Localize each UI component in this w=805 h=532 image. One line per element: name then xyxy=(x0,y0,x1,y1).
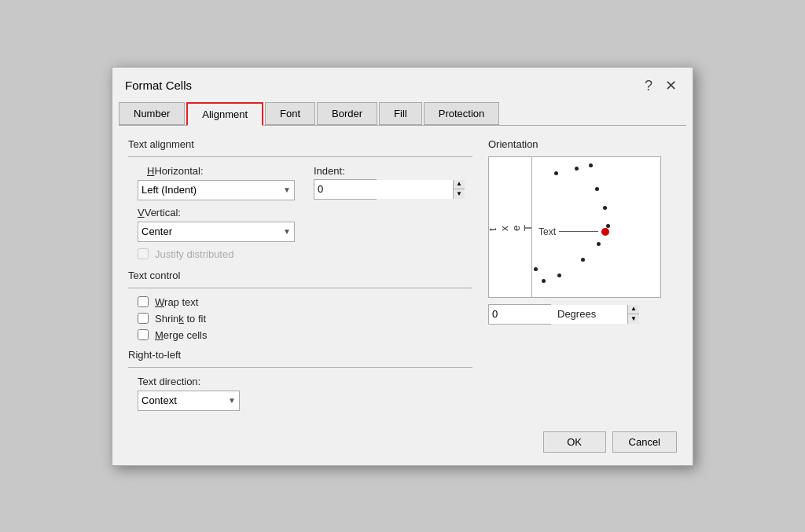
shrink-to-fit-label: Shrink to fit xyxy=(155,313,206,325)
vertical-group: VVertical: Center ▼ xyxy=(138,207,472,242)
orientation-text-label: Text xyxy=(539,226,556,237)
degrees-up-button[interactable]: ▲ xyxy=(628,305,639,315)
vertical-select-box[interactable]: Center ▼ xyxy=(138,222,295,242)
text-control-section: Text control Wrap text Shrink to fit xyxy=(128,270,472,341)
indent-spinner[interactable]: 0 ▲ ▼ xyxy=(314,179,377,200)
horizontal-label: HHorizontal: xyxy=(147,165,295,177)
text-control-divider xyxy=(128,288,472,288)
degrees-spinner-buttons: ▲ ▼ xyxy=(627,305,639,324)
text-direction-group: Text direction: Context ▼ xyxy=(138,376,472,411)
wrap-text-checkbox[interactable] xyxy=(138,296,149,307)
orient-dot-8 xyxy=(581,258,585,262)
degrees-label: Degrees xyxy=(557,308,596,320)
orient-dot-5 xyxy=(603,206,607,210)
shrink-to-fit-row: Shrink to fit xyxy=(138,313,472,325)
vertical-dropdown-icon: ▼ xyxy=(283,227,291,236)
wrap-text-label: Wrap text xyxy=(155,296,198,308)
justify-distributed-row: Justify distributed xyxy=(138,248,472,260)
orient-dot-10 xyxy=(542,279,546,283)
orient-dot-7 xyxy=(597,242,601,246)
ok-button[interactable]: OK xyxy=(543,431,606,453)
right-to-left-section: Right-to-left Text direction: Context ▼ xyxy=(128,349,472,411)
title-bar: Format Cells ? ✕ xyxy=(112,68,693,93)
tab-protection[interactable]: Protection xyxy=(424,102,500,125)
vertical-value: Center xyxy=(142,226,172,237)
orient-dot-4 xyxy=(595,187,599,191)
orient-dot-1 xyxy=(554,171,558,175)
vertical-label: VVertical: xyxy=(138,207,472,218)
text-direction-select-box[interactable]: Context ▼ xyxy=(138,391,240,411)
text-direction-value: Context xyxy=(142,394,177,406)
tab-fill[interactable]: Fill xyxy=(379,102,422,125)
indent-label: Indent: xyxy=(314,165,377,177)
orientation-red-dot[interactable] xyxy=(601,228,609,236)
orientation-text-line: Text xyxy=(539,226,609,237)
text-direction-dropdown-icon: ▼ xyxy=(228,396,236,405)
help-button[interactable]: ? xyxy=(641,79,656,93)
orientation-angled-area[interactable]: Text xyxy=(532,157,660,297)
orient-dot-9 xyxy=(557,273,561,277)
orientation-title: Orientation xyxy=(488,138,677,150)
degrees-spinner[interactable]: 0 ▲ ▼ xyxy=(488,304,551,325)
indent-input[interactable]: 0 xyxy=(314,180,453,199)
left-panel: Text alignment HHorizontal: Left (Indent… xyxy=(128,138,472,411)
indent-down-button[interactable]: ▼ xyxy=(454,189,465,199)
horizontal-value: Left (Indent) xyxy=(142,184,197,196)
degrees-row: 0 ▲ ▼ Degrees xyxy=(488,304,677,325)
tab-alignment[interactable]: Alignment xyxy=(186,102,263,126)
horizontal-dropdown-icon: ▼ xyxy=(283,185,291,194)
degrees-down-button[interactable]: ▼ xyxy=(628,314,639,324)
orientation-panel: Orientation Text xyxy=(488,138,677,411)
text-alignment-title: Text alignment xyxy=(128,138,472,150)
text-alignment-section: Text alignment HHorizontal: Left (Indent… xyxy=(128,138,472,260)
rtl-title: Right-to-left xyxy=(128,349,472,361)
format-cells-dialog: Format Cells ? ✕ Number Alignment Font B… xyxy=(112,67,693,466)
tab-font[interactable]: Font xyxy=(265,102,315,125)
orient-dot-2 xyxy=(575,167,579,171)
horizontal-group: HHorizontal: Left (Indent) ▼ xyxy=(138,165,295,200)
justify-distributed-checkbox xyxy=(138,248,149,259)
horizontal-select-box[interactable]: Left (Indent) ▼ xyxy=(138,180,295,200)
vertical-text-label: Text xyxy=(487,222,534,231)
text-alignment-divider xyxy=(128,156,472,157)
orient-dot-3 xyxy=(589,163,593,167)
indent-spinner-buttons: ▲ ▼ xyxy=(453,180,465,199)
close-button[interactable]: ✕ xyxy=(662,79,680,93)
rtl-divider xyxy=(128,367,472,368)
orientation-vertical-text: Text xyxy=(489,157,532,297)
justify-distributed-label: Justify distributed xyxy=(155,248,233,260)
orientation-box: Text xyxy=(488,156,661,298)
cancel-button[interactable]: Cancel xyxy=(612,431,677,453)
orientation-line xyxy=(559,231,598,232)
title-bar-buttons: ? ✕ xyxy=(641,79,680,93)
tab-content: Text alignment HHorizontal: Left (Indent… xyxy=(112,126,693,424)
merge-cells-row: Merge cells xyxy=(138,329,472,341)
text-control-title: Text control xyxy=(128,270,472,281)
merge-cells-checkbox[interactable] xyxy=(138,329,149,340)
orient-dot-11 xyxy=(534,267,538,271)
tab-number[interactable]: Number xyxy=(119,102,185,125)
indent-group: Indent: 0 ▲ ▼ xyxy=(314,165,377,200)
wrap-text-row: Wrap text xyxy=(138,296,472,308)
text-direction-label: Text direction: xyxy=(138,376,472,387)
shrink-to-fit-checkbox[interactable] xyxy=(138,313,149,324)
merge-cells-label: Merge cells xyxy=(155,329,207,341)
tab-border[interactable]: Border xyxy=(317,102,377,125)
indent-up-button[interactable]: ▲ xyxy=(454,180,465,190)
tab-bar: Number Alignment Font Border Fill Protec… xyxy=(112,96,693,125)
dialog-title: Format Cells xyxy=(125,79,192,92)
dialog-buttons: OK Cancel xyxy=(112,424,693,465)
